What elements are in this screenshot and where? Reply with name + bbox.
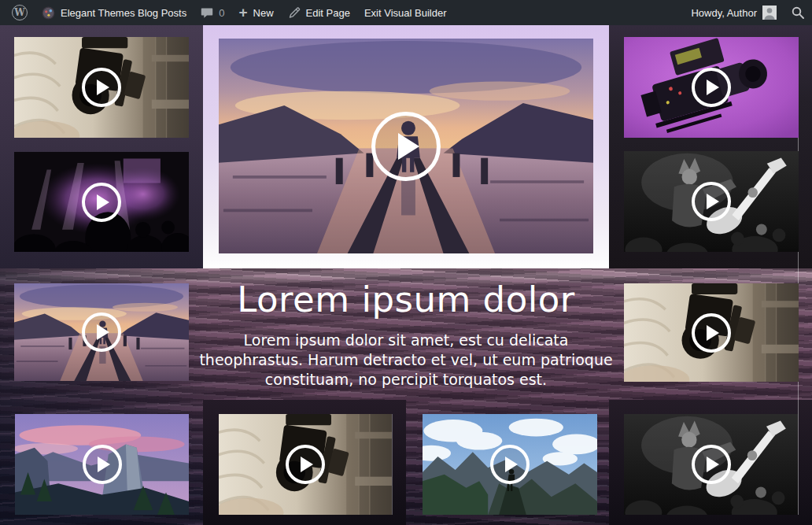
exit-visual-builder-label: Exit Visual Builder <box>364 7 447 19</box>
video-thumbnail-bottom-4[interactable] <box>624 414 798 515</box>
site-name: Elegant Themes Blog Posts <box>61 7 186 19</box>
comments-menu[interactable]: 0 <box>194 0 231 25</box>
exit-visual-builder-button[interactable]: Exit Visual Builder <box>357 0 454 25</box>
edit-page-label: Edit Page <box>306 7 350 19</box>
page: W Elegant Themes Blog Posts 0 + New <box>0 0 812 525</box>
plus-icon: + <box>238 5 247 20</box>
video-thumbnail-top-left-1[interactable] <box>14 37 189 138</box>
avatar <box>762 6 777 20</box>
play-button-icon[interactable] <box>82 183 121 222</box>
site-menu[interactable]: Elegant Themes Blog Posts <box>35 0 194 25</box>
play-button-icon[interactable] <box>692 445 731 484</box>
wordpress-logo-icon: W <box>12 5 28 20</box>
video-thumbnail-bottom-3[interactable] <box>423 414 597 515</box>
comments-count: 0 <box>219 7 224 19</box>
wp-logo-menu[interactable]: W <box>5 0 35 25</box>
video-thumbnail-top-right-1[interactable] <box>624 37 799 138</box>
comments-icon <box>201 6 213 19</box>
wp-admin-bar: W Elegant Themes Blog Posts 0 + New <box>0 0 812 25</box>
edit-page-menu[interactable]: Edit Page <box>281 0 357 25</box>
new-label: New <box>253 7 274 19</box>
new-menu[interactable]: + New <box>231 0 280 25</box>
play-button-icon[interactable] <box>490 445 530 484</box>
play-button-icon[interactable] <box>286 445 325 484</box>
howdy-label: Howdy, Author <box>691 7 757 19</box>
play-button-icon[interactable] <box>692 313 731 353</box>
account-menu[interactable]: Howdy, Author <box>684 0 784 25</box>
video-thumbnail-bottom-2[interactable] <box>219 414 392 515</box>
search-toggle[interactable] <box>784 0 812 25</box>
page-title: Lorem ipsum dolor <box>203 279 609 320</box>
site-favicon-icon <box>42 6 55 20</box>
page-subtitle: Lorem ipsum dolor sit amet, est cu delic… <box>197 331 615 390</box>
search-icon <box>791 6 805 20</box>
video-thumbnail-featured[interactable] <box>219 39 593 253</box>
play-button-icon[interactable] <box>692 68 731 107</box>
video-thumbnail-mid-left[interactable] <box>14 283 189 381</box>
play-button-icon[interactable] <box>82 68 121 107</box>
video-thumbnail-top-right-2[interactable] <box>624 151 799 252</box>
video-thumbnail-mid-right[interactable] <box>624 283 799 382</box>
play-button-icon[interactable] <box>692 182 731 221</box>
tile-edge-line <box>392 414 393 515</box>
play-button-icon[interactable] <box>82 312 121 352</box>
play-button-icon[interactable] <box>371 112 441 181</box>
play-button-icon[interactable] <box>83 445 122 484</box>
pencil-icon <box>288 6 301 19</box>
video-thumbnail-bottom-1[interactable] <box>15 414 189 515</box>
video-thumbnail-top-left-2[interactable] <box>14 152 189 252</box>
